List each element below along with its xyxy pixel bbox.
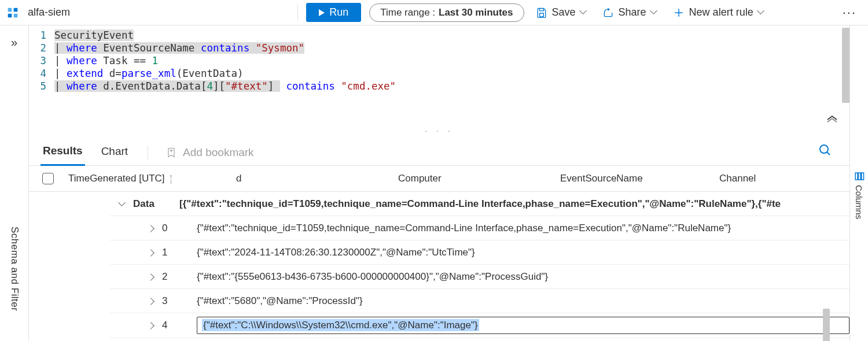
- schema-filter-label[interactable]: Schema and Filter: [9, 220, 20, 318]
- collapse-row-button[interactable]: [110, 198, 133, 210]
- scrollbar-thumb[interactable]: [823, 309, 830, 341]
- expand-row-button[interactable]: [139, 320, 162, 331]
- table-row[interactable]: 4{"#text":"C:\\Windows\\System32\\cmd.ex…: [110, 313, 849, 338]
- svg-point-9: [820, 145, 828, 153]
- workspace-icon: [6, 6, 20, 20]
- topbar-actions: Run Time range : Last 30 minutes Save Sh…: [297, 3, 862, 23]
- save-button[interactable]: Save: [532, 4, 591, 21]
- column-channel[interactable]: Channel: [713, 170, 845, 187]
- share-button[interactable]: Share: [599, 4, 661, 21]
- line-gutter: 12345: [32, 29, 54, 126]
- row-index: 4: [162, 320, 197, 331]
- share-icon: [602, 7, 614, 18]
- table-row[interactable]: 2{"#text":"{555e0613-b436-6735-b600-0000…: [110, 265, 849, 289]
- select-all-checkbox[interactable]: [42, 173, 54, 184]
- plus-icon: [673, 7, 685, 18]
- left-rail: » Schema and Filter: [0, 25, 29, 341]
- bookmark-icon: [165, 147, 177, 158]
- add-bookmark-label: Add bookmark: [183, 146, 254, 159]
- divider: [148, 146, 148, 160]
- column-eventsourcename[interactable]: EventSourceName: [554, 170, 713, 187]
- svg-rect-13: [861, 173, 863, 180]
- row-value: {"#text":"5680","@Name":"ProcessId"}: [197, 295, 849, 307]
- svg-rect-3: [14, 13, 18, 17]
- chevron-right-icon: [148, 271, 153, 282]
- add-bookmark-button[interactable]: Add bookmark: [165, 146, 254, 159]
- play-icon: [319, 9, 325, 16]
- panel-resize-handle[interactable]: · · ·: [29, 129, 849, 135]
- select-all-column: [34, 173, 62, 184]
- columns-label[interactable]: Columns: [854, 185, 864, 219]
- collapse-editor-button[interactable]: [826, 113, 838, 125]
- row-value: {"#text":"C:\\Windows\\System32\\cmd.exe…: [197, 317, 849, 334]
- sort-indicator-icon: ↑↓: [170, 174, 173, 183]
- row-value: {"#text":"{555e0613-b436-6735-b600-00000…: [197, 271, 849, 283]
- chevron-down-icon: [651, 9, 658, 16]
- results-tabs: Results Chart Add bookmark: [29, 135, 849, 166]
- main: » Schema and Filter 12345 SecurityEvent|…: [0, 25, 868, 341]
- workspace-name[interactable]: alfa-siem: [25, 6, 70, 18]
- results-table-body: Data [{"#text":"technique_id=T1059,techn…: [29, 192, 849, 338]
- time-range-value: Last 30 minutes: [439, 7, 513, 18]
- column-d[interactable]: d: [230, 170, 392, 187]
- code-lines[interactable]: SecurityEvent| where EventSourceName con…: [54, 29, 849, 126]
- row-index: 0: [162, 223, 197, 234]
- divider: [297, 5, 298, 21]
- svg-line-10: [827, 152, 830, 155]
- chevron-down-icon: [580, 9, 587, 16]
- share-label: Share: [619, 6, 646, 18]
- column-timegenerated[interactable]: TimeGenerated [UTC] ↑↓: [62, 170, 230, 187]
- expand-row-button[interactable]: [139, 223, 162, 234]
- save-label: Save: [552, 6, 576, 18]
- column-computer[interactable]: Computer: [392, 170, 554, 187]
- time-range-prefix: Time range :: [380, 7, 435, 18]
- right-rail: Columns: [849, 25, 868, 341]
- table-row[interactable]: 1{"#text":"2024-11-14T08:26:30.1230000Z"…: [110, 240, 849, 265]
- expand-row-button[interactable]: [139, 247, 162, 258]
- time-range-picker[interactable]: Time range : Last 30 minutes: [369, 3, 524, 22]
- run-button[interactable]: Run: [306, 3, 361, 22]
- row-value: [{"#text":"technique_id=T1059,technique_…: [179, 198, 849, 210]
- scrollbar-thumb[interactable]: [842, 28, 849, 103]
- chevron-down-icon: [758, 9, 765, 16]
- svg-rect-1: [14, 8, 18, 12]
- run-label: Run: [329, 6, 348, 18]
- chevron-right-icon: [148, 223, 153, 233]
- table-row[interactable]: 0{"#text":"technique_id=T1059,technique_…: [110, 216, 849, 240]
- editor-area: 12345 SecurityEvent| where EventSourceNa…: [29, 25, 849, 341]
- svg-rect-11: [855, 173, 858, 180]
- save-icon: [536, 7, 547, 18]
- svg-rect-4: [539, 13, 543, 16]
- svg-rect-2: [8, 13, 12, 17]
- row-index: 2: [162, 271, 197, 283]
- chevron-right-icon: [148, 320, 153, 331]
- chevron-down-icon: [119, 198, 124, 209]
- results-table-header: TimeGenerated [UTC] ↑↓ d Computer EventS…: [29, 166, 849, 192]
- expand-row-button[interactable]: [139, 295, 162, 307]
- expand-row-button[interactable]: [139, 271, 162, 283]
- chevron-right-icon: [148, 295, 153, 306]
- data-parent-row[interactable]: Data [{"#text":"technique_id=T1059,techn…: [110, 192, 849, 216]
- row-key: Data: [133, 198, 179, 210]
- new-alert-button[interactable]: New alert rule: [670, 4, 768, 21]
- row-value: {"#text":"technique_id=T1059,technique_n…: [197, 223, 849, 234]
- chevron-right-icon: [148, 247, 153, 258]
- svg-rect-0: [8, 8, 12, 12]
- query-editor[interactable]: 12345 SecurityEvent| where EventSourceNa…: [29, 25, 849, 129]
- new-alert-label: New alert rule: [689, 6, 753, 18]
- table-row[interactable]: 3{"#text":"5680","@Name":"ProcessId"}: [110, 289, 849, 313]
- columns-icon[interactable]: [854, 171, 865, 181]
- row-index: 3: [162, 295, 197, 307]
- tab-results[interactable]: Results: [41, 140, 85, 166]
- row-value: {"#text":"2024-11-14T08:26:30.1230000Z",…: [197, 247, 849, 258]
- expand-panel-button[interactable]: »: [11, 36, 17, 49]
- topbar: alfa-siem Run Time range : Last 30 minut…: [0, 0, 868, 25]
- tab-chart[interactable]: Chart: [99, 140, 130, 165]
- svg-rect-12: [858, 173, 860, 180]
- search-results-button[interactable]: [818, 143, 832, 159]
- row-index: 1: [162, 247, 197, 258]
- more-actions-button[interactable]: ···: [837, 3, 862, 23]
